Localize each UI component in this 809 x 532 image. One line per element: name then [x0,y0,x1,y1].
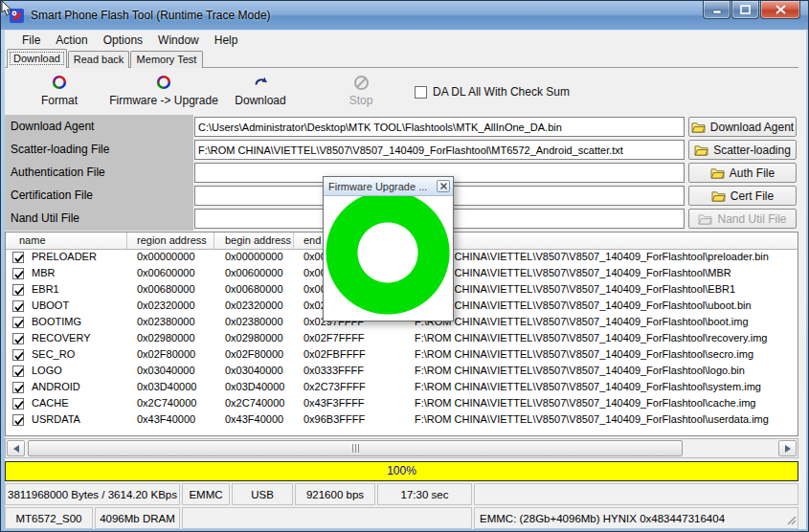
table-row[interactable]: LOGO 0x03040000 0x03040000 0x0333FFFF F:… [6,364,798,380]
region-address: 0x03D40000 [137,381,196,392]
close-icon [775,5,786,14]
checkbox-unchecked[interactable] [415,86,427,99]
file-location: F:\ROM CHINA\VIETTEL\V8507\V8507_140409_… [415,348,753,360]
begin-address: 0x03040000 [225,365,283,376]
file-location: F:\ROM CHINA\VIETTEL\V8507\V8507_140409_… [415,316,749,327]
menu-window[interactable]: Window [150,33,207,47]
scatter-loading-input[interactable] [194,140,685,160]
end-address: 0x02FBFFFF [303,348,366,360]
da-dl-checksum-checkbox[interactable]: DA DL All With Check Sum [415,85,570,99]
firmware-upgrade-button[interactable]: Firmware -> Upgrade [97,75,231,107]
minimize-icon [712,5,722,14]
header-region-address[interactable]: region address [127,233,214,249]
cert-file-browse-button[interactable]: Cert File [688,186,797,206]
partition-name: CACHE [32,397,69,409]
region-address: 0x00000000 [137,251,195,262]
thumb-grip-icon [355,444,356,453]
menu-action[interactable]: Action [48,33,95,47]
certification-file-label: Certification File [11,186,93,206]
progress-bar: 100% [5,461,798,481]
tab-download[interactable]: Download [7,49,67,68]
authentication-file-label: Authentication File [11,163,105,183]
row-checkbox[interactable] [12,284,24,296]
download-agent-label: Download Agent [11,117,94,137]
scrollbar-thumb[interactable] [28,440,683,456]
scatter-loading-label: Scatter-loading File [11,140,109,160]
begin-address: 0x02F80000 [225,348,283,360]
download-agent-input[interactable] [194,117,685,137]
da-dl-checksum-label: DA DL All With Check Sum [433,85,570,99]
resize-grip-icon[interactable] [785,514,797,527]
close-button[interactable] [760,1,800,19]
row-checkbox[interactable] [12,382,24,393]
scroll-left-icon [13,445,19,453]
folder-open-icon [710,167,725,179]
status-emmc-info-text: EMMC: (28Gb+4096Mb) HYNIX 0x483447316404 [480,513,725,524]
region-address: 0x02380000 [137,316,195,327]
row-checkbox[interactable] [12,317,24,328]
menu-file[interactable]: File [14,33,48,47]
stop-label: Stop [313,94,409,107]
row-checkbox[interactable] [12,252,24,263]
scatter-loading-browse-button[interactable]: Scatter-loading [688,140,797,160]
file-location: F:\ROM CHINA\VIETTEL\V8507\V8507_140409_… [415,299,752,311]
download-button[interactable]: Download [213,75,308,107]
maximize-button[interactable] [731,1,759,19]
partition-name: SEC_RO [32,348,75,360]
refresh-multicolor-icon [13,75,105,92]
window-controls [703,1,800,19]
row-checkbox[interactable] [12,398,24,410]
region-address: 0x02320000 [137,299,195,311]
window-title: Smart Phone Flash Tool (Runtime Trace Mo… [31,9,271,22]
scroll-left-button[interactable] [7,440,25,456]
table-row[interactable]: SEC_RO 0x02F80000 0x02F80000 0x02FBFFFF … [6,347,798,364]
menu-options[interactable]: Options [96,33,150,47]
table-row[interactable]: ANDROID 0x03D40000 0x03D40000 0x2C73FFFF… [6,380,798,396]
status-empty-cell [474,483,798,505]
download-agent-browse-button[interactable]: Download Agent [688,117,797,137]
minimize-button[interactable] [703,1,730,19]
firmware-upgrade-popup: Firmware Upgrade ... [323,176,454,321]
row-checkbox[interactable] [12,333,24,344]
header-name[interactable]: name [6,233,127,249]
folder-open-icon [694,144,708,156]
region-address: 0x02980000 [137,332,195,344]
end-address: 0x96B3FFFF [303,413,365,425]
auth-file-browse-button[interactable]: Auth File [688,163,797,183]
file-location: F:\ROM CHINA\VIETTEL\V8507\V8507_140409_… [415,365,745,376]
row-checkbox[interactable] [12,414,24,426]
status-bytes-speed: 3811968000 Bytes / 3614.20 KBps [5,483,180,505]
header-location[interactable]: location [409,233,798,249]
tab-read-back[interactable]: Read back [68,51,129,68]
firmware-upgrade-label: Firmware -> Upgrade [97,94,231,107]
partition-name: BOOTIMG [32,316,81,327]
popup-title-bar[interactable]: Firmware Upgrade ... [324,177,453,196]
title-bar[interactable]: Smart Phone Flash Tool (Runtime Trace Mo… [1,1,808,30]
table-row[interactable]: RECOVERY 0x02980000 0x02980000 0x02F7FFF… [6,331,798,347]
row-checkbox[interactable] [12,349,24,361]
nand-util-browse-button[interactable]: Nand Util File [688,209,797,229]
stop-button[interactable]: Stop [313,75,409,107]
popup-close-button[interactable] [437,180,450,192]
tab-memory-test[interactable]: Memory Test [130,51,203,68]
row-checkbox[interactable] [12,268,24,279]
status-dram: 4096Mb DRAM [95,507,180,529]
partition-name: UBOOT [32,299,69,311]
table-row[interactable]: USRDATA 0x43F40000 0x43F40000 0x96B3FFFF… [6,412,798,429]
file-location: F:\ROM CHINA\VIETTEL\V8507\V8507_140409_… [415,332,767,344]
nand-util-file-label: Nand Util File [11,209,79,229]
download-label: Download [213,94,308,107]
horizontal-scrollbar[interactable] [5,438,798,458]
row-checkbox[interactable] [12,366,24,377]
format-button[interactable]: Format [13,75,105,107]
green-ring-status-icon [324,196,453,321]
menu-help[interactable]: Help [207,33,246,47]
row-checkbox[interactable] [12,300,24,312]
end-address: 0x2C73FFFF [303,381,366,392]
partition-name: LOGO [32,365,62,376]
scroll-right-button[interactable] [778,440,797,456]
table-row[interactable]: CACHE 0x2C740000 0x2C740000 0x43F3FFFF F… [6,396,798,412]
end-address: 0x43F3FFFF [303,397,365,409]
header-begin-address[interactable]: begin address [214,233,294,249]
begin-address: 0x02320000 [225,299,283,311]
